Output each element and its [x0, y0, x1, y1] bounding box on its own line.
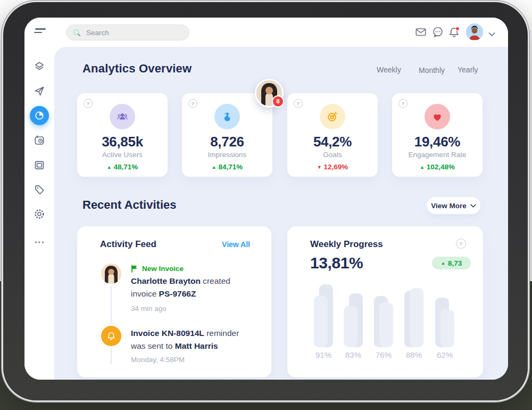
- stat-delta: ▲48,71%: [77, 163, 168, 171]
- search-icon: [73, 29, 81, 37]
- stat-value: 36,85k: [77, 134, 168, 150]
- chat-button[interactable]: [431, 26, 445, 39]
- floating-avatar[interactable]: 8: [255, 79, 284, 108]
- scene: Analytics Overview Weekly Monthly Yearly…: [0, 0, 532, 410]
- activity-line: was sent to Matt Harris: [131, 340, 218, 352]
- calendar-clock-icon: [34, 134, 45, 146]
- stat-card-active-users: ? 36,85k Active Users ▲48,71%: [77, 93, 168, 177]
- chart-bar-label: 76%: [368, 350, 400, 359]
- stat-value: 8,726: [182, 134, 272, 150]
- view-all-link[interactable]: View All: [222, 240, 250, 249]
- activity-feed-card: Activity Feed View All: [77, 226, 271, 378]
- search-bar[interactable]: [66, 24, 189, 40]
- layers-icon: [34, 61, 45, 72]
- envelope-icon: [414, 26, 427, 38]
- stat-label: Active Users: [77, 151, 168, 159]
- tablet-frame: Analytics Overview Weekly Monthly Yearly…: [3, 2, 528, 400]
- activity-tag: New Invoice: [131, 265, 184, 273]
- stat-label: Goals: [287, 151, 378, 159]
- frame-icon: [34, 159, 45, 171]
- activity-time: 34 min ago: [131, 305, 167, 313]
- ellipsis-icon: [34, 236, 45, 248]
- chart-bar-label: 83%: [337, 350, 369, 359]
- stat-value: 19,46%: [392, 134, 483, 150]
- chat-icon: [431, 26, 444, 38]
- stat-card-engagement: ? 19,46% Engagement Rate ▲102,48%: [392, 93, 483, 177]
- stat-delta: ▼12,69%: [287, 163, 378, 171]
- sidebar-item-analytics[interactable]: [30, 106, 49, 125]
- chart-bar-front: [344, 306, 358, 347]
- stat-card-goals: ? 54,2% Goals ▼12,69%: [287, 93, 378, 177]
- chart-bar-front: [379, 302, 393, 347]
- tab-monthly[interactable]: Monthly: [410, 63, 454, 78]
- activity-avatar: [101, 264, 121, 284]
- stat-delta: ▲102,48%: [392, 163, 483, 171]
- stat-label: Impressions: [182, 151, 272, 159]
- chart-bar-front: [440, 309, 454, 347]
- profile-chevron-down-icon[interactable]: [488, 29, 495, 39]
- stat-value: 54,2%: [287, 134, 378, 150]
- chart-bar-front: [410, 288, 423, 347]
- stat-label: Engagement Rate: [392, 151, 483, 159]
- stat-delta: ▲84,71%: [182, 163, 272, 171]
- reminder-icon-circle: [101, 326, 121, 346]
- sidebar-item-more[interactable]: [34, 236, 45, 248]
- activity-feed-title: Activity Feed: [100, 239, 156, 250]
- main-content: Analytics Overview Weekly Monthly Yearly…: [54, 47, 508, 380]
- page-title: Analytics Overview: [82, 62, 192, 76]
- chart-bar-label: 62%: [429, 350, 461, 359]
- target-icon: [320, 104, 345, 129]
- heart-icon: [425, 104, 450, 129]
- screen: Analytics Overview Weekly Monthly Yearly…: [24, 18, 508, 380]
- stat-card-impressions: ? 8,726 Impressions ▲84,71%: [182, 93, 272, 177]
- view-more-button[interactable]: View More: [427, 197, 480, 214]
- chart-bar-front: [314, 296, 328, 347]
- sidebar-item-settings[interactable]: [34, 208, 45, 220]
- activity-line: Invoice KN-80914L reminder: [131, 327, 239, 340]
- bell-icon: [447, 26, 461, 39]
- activity-line: Charlotte Brayton created: [131, 275, 230, 288]
- help-icon[interactable]: ?: [84, 99, 93, 108]
- sidebar-item-schedule[interactable]: [34, 134, 45, 146]
- notifications-button[interactable]: [447, 26, 461, 39]
- sidebar: [24, 47, 54, 380]
- timeline-connector: [111, 286, 112, 324]
- menu-icon[interactable]: [34, 28, 46, 36]
- bell-icon: [106, 331, 117, 341]
- flag-icon: [131, 265, 138, 273]
- woman-avatar-photo: [101, 264, 121, 284]
- help-icon[interactable]: ?: [188, 99, 197, 108]
- weekly-progress-chart: 91%83%76%88%62%: [287, 226, 483, 378]
- help-icon[interactable]: ?: [398, 99, 408, 108]
- weekly-progress-card: Weekly Progress ? 13,81% ▲ 8,73 91%83%76…: [287, 226, 483, 378]
- top-bar: [24, 18, 508, 47]
- mail-button[interactable]: [414, 26, 428, 39]
- gear-icon: [34, 208, 45, 220]
- tab-weekly[interactable]: Weekly: [377, 65, 401, 74]
- user-avatar[interactable]: [466, 23, 483, 40]
- sidebar-item-send[interactable]: [34, 85, 45, 97]
- notification-count-badge: 8: [272, 95, 284, 108]
- chart-bar-label: 91%: [307, 350, 339, 359]
- chart-bar-label: 88%: [398, 350, 430, 359]
- sidebar-item-tags[interactable]: [34, 184, 45, 195]
- pie-chart-icon: [34, 110, 45, 121]
- man-avatar-photo: [466, 23, 483, 40]
- search-input[interactable]: [85, 28, 178, 37]
- tab-yearly[interactable]: Yearly: [458, 65, 478, 74]
- chevron-down-icon: [470, 204, 476, 208]
- sidebar-item-projects[interactable]: [34, 159, 45, 171]
- section-title-recent-activities: Recent Activities: [82, 198, 176, 212]
- help-icon[interactable]: ?: [294, 99, 303, 108]
- tap-icon: [214, 104, 240, 129]
- tag-icon: [34, 184, 45, 195]
- send-icon: [34, 85, 45, 97]
- sidebar-item-layers[interactable]: [34, 61, 45, 72]
- timeline-connector: [111, 348, 112, 364]
- activity-time: Monday, 4:58PM: [131, 356, 185, 364]
- activity-line: invoice PS-9766Z: [131, 288, 196, 300]
- users-icon: [110, 104, 135, 129]
